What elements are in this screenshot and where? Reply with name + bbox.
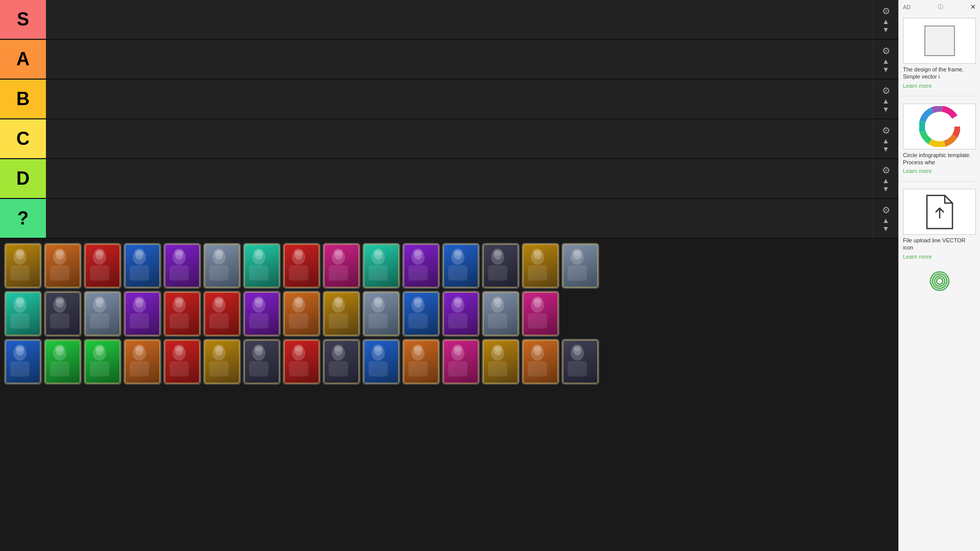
char-card[interactable] <box>522 243 559 289</box>
tier-content-b[interactable] <box>46 80 873 118</box>
arrow-up-b[interactable]: ▲ <box>883 97 890 105</box>
char-card[interactable] <box>163 339 201 385</box>
ad-learn-more-2[interactable]: Learn more <box>903 168 976 174</box>
char-card[interactable] <box>124 339 161 385</box>
char-card[interactable] <box>561 339 599 385</box>
svg-point-135 <box>175 344 184 352</box>
svg-rect-162 <box>448 361 468 377</box>
svg-point-19 <box>175 248 184 256</box>
char-card[interactable] <box>323 291 360 337</box>
tier-label-b: B <box>0 80 46 118</box>
svg-rect-62 <box>10 313 30 329</box>
char-card[interactable] <box>84 339 121 385</box>
svg-rect-90 <box>289 313 308 329</box>
tier-content-c[interactable] <box>46 119 873 158</box>
char-card[interactable] <box>442 291 480 337</box>
svg-point-11 <box>95 248 104 256</box>
tier-content-d[interactable] <box>46 159 873 198</box>
char-card[interactable] <box>482 291 520 337</box>
char-card[interactable] <box>44 339 82 385</box>
char-card[interactable] <box>362 291 400 337</box>
gear-icon-d[interactable]: ⚙ <box>882 165 890 176</box>
ad-close-button[interactable]: ✕ <box>970 3 976 11</box>
char-card[interactable] <box>243 291 281 337</box>
char-card[interactable] <box>362 243 400 289</box>
svg-point-167 <box>493 344 502 352</box>
char-card[interactable] <box>4 339 42 385</box>
arrow-up-a[interactable]: ▲ <box>883 58 890 65</box>
svg-rect-34 <box>329 265 348 281</box>
char-card[interactable] <box>84 291 121 337</box>
char-card[interactable] <box>283 243 321 289</box>
gear-icon-s[interactable]: ⚙ <box>882 6 890 17</box>
char-card[interactable] <box>163 291 201 337</box>
char-card[interactable] <box>243 243 281 289</box>
svg-point-147 <box>294 344 303 352</box>
ad-item-1: The design of the frame. Simple vector i… <box>901 16 978 91</box>
arrow-down-q[interactable]: ▼ <box>883 225 890 232</box>
ad-image-3[interactable] <box>903 189 976 235</box>
char-card[interactable] <box>482 339 520 385</box>
char-card[interactable] <box>561 243 599 289</box>
char-card[interactable] <box>203 291 241 337</box>
tier-content-a[interactable] <box>46 40 873 79</box>
tier-label-c: C <box>0 119 46 158</box>
char-card[interactable] <box>4 291 42 337</box>
char-card[interactable] <box>442 339 480 385</box>
spiral-icon[interactable] <box>924 266 955 296</box>
char-card[interactable] <box>323 339 360 385</box>
ad-image-2[interactable] <box>903 104 976 149</box>
svg-point-111 <box>493 296 502 304</box>
tier-controls-c: ⚙ ▲ ▼ <box>873 119 898 158</box>
tier-label-s: S <box>0 0 46 39</box>
char-card[interactable] <box>203 243 241 289</box>
tier-content-q[interactable] <box>46 199 873 238</box>
svg-rect-14 <box>130 265 149 281</box>
arrow-down-s[interactable]: ▼ <box>883 26 890 33</box>
char-card[interactable] <box>323 243 360 289</box>
char-card[interactable] <box>124 291 161 337</box>
char-card[interactable] <box>243 339 281 385</box>
ad-image-1[interactable] <box>903 18 976 64</box>
ad-info-icon[interactable]: ⓘ <box>938 3 943 11</box>
char-card[interactable] <box>44 291 82 337</box>
char-card[interactable] <box>442 243 480 289</box>
char-card[interactable] <box>203 339 241 385</box>
char-card[interactable] <box>283 339 321 385</box>
gear-icon-a[interactable]: ⚙ <box>882 45 890 57</box>
gear-icon-c[interactable]: ⚙ <box>882 125 890 136</box>
circle-infographic-svg <box>919 106 960 147</box>
gear-icon-q[interactable]: ⚙ <box>882 205 890 216</box>
char-card[interactable] <box>402 291 440 337</box>
char-card[interactable] <box>283 291 321 337</box>
tier-content-s[interactable] <box>46 0 873 39</box>
arrow-down-b[interactable]: ▼ <box>883 106 890 113</box>
arrow-down-c[interactable]: ▼ <box>883 145 890 153</box>
char-card[interactable] <box>362 339 400 385</box>
char-card[interactable] <box>124 243 161 289</box>
arrow-up-c[interactable]: ▲ <box>883 137 890 144</box>
char-card[interactable] <box>522 339 559 385</box>
char-card[interactable] <box>522 291 559 337</box>
arrow-down-d[interactable]: ▼ <box>883 185 890 192</box>
gear-icon-b[interactable]: ⚙ <box>882 85 890 96</box>
ad-frame-image <box>924 26 955 56</box>
tier-label-q: ? <box>0 199 46 238</box>
char-card[interactable] <box>44 243 82 289</box>
char-card[interactable] <box>402 339 440 385</box>
character-pool <box>0 239 898 551</box>
arrow-up-s[interactable]: ▲ <box>883 18 890 25</box>
arrow-up-d[interactable]: ▲ <box>883 177 890 184</box>
svg-rect-2 <box>10 265 30 281</box>
char-card[interactable] <box>402 243 440 289</box>
char-card[interactable] <box>163 243 201 289</box>
svg-rect-54 <box>528 265 547 281</box>
char-card[interactable] <box>4 243 42 289</box>
ad-learn-more-3[interactable]: Learn more <box>903 254 976 260</box>
arrow-up-q[interactable]: ▲ <box>883 217 890 224</box>
char-card[interactable] <box>84 243 121 289</box>
char-card[interactable] <box>482 243 520 289</box>
svg-rect-130 <box>130 361 149 377</box>
ad-learn-more-1[interactable]: Learn more <box>903 83 976 89</box>
arrow-down-a[interactable]: ▼ <box>883 66 890 73</box>
